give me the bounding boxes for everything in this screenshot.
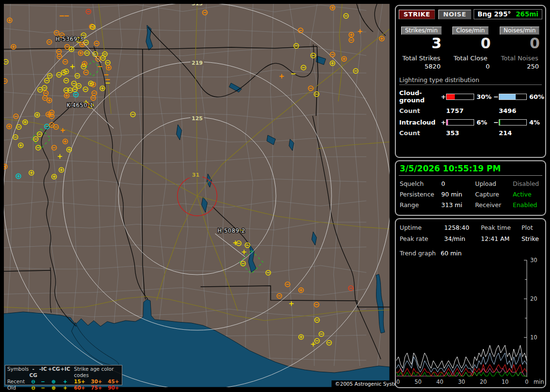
status-label: Upload (475, 180, 513, 187)
counter-panel: STRIKE NOISE Bng 295° 265mi Strikes/min3… (395, 5, 546, 158)
positive-sign: + (441, 93, 446, 100)
status-label: Squelch (400, 180, 441, 187)
app-window: { "map": { "copyright": "©2005 Astrogeni… (0, 0, 550, 392)
strike-glyph-icon: − (38, 378, 48, 385)
strike-glyph-icon: − (38, 385, 48, 391)
legend-header-row: Symbols -CG -IC +CG +IC Strike age color… (7, 366, 122, 378)
rate-header-button[interactable]: Close/min (452, 27, 489, 35)
negative-percentage: 60% (527, 93, 542, 100)
count-label: Count (399, 107, 441, 114)
bearing-readout: Bng 295° 265mi (474, 9, 542, 19)
stat-cell: 1258:40 (444, 224, 481, 231)
total-label: Total Noises (497, 55, 542, 62)
stat-cell: 34/min (444, 235, 481, 242)
status-value: 90 min (441, 191, 475, 198)
x-tick-label: 20 (480, 378, 487, 385)
strike-mode-button[interactable]: STRIKE (399, 10, 435, 19)
stat-cell: Strike (521, 235, 541, 242)
age-code-label: 75+ (91, 385, 108, 391)
distribution-title: Lightning type distribution (399, 76, 542, 85)
legend-row-label: Recent (7, 378, 29, 385)
trend-series-pink (396, 368, 527, 376)
x-tick-label: 10 (502, 378, 509, 385)
bar-fill (447, 94, 455, 99)
distribution-type-row: Cloud-ground+30%−60% (399, 89, 542, 104)
age-code-label: 90+ (108, 385, 125, 391)
y-tick-label: 10 (530, 334, 537, 341)
positive-percentage-bar (446, 119, 474, 126)
age-code-label: 45+ (108, 378, 125, 385)
legend-row-label: Old (7, 385, 29, 391)
map-canvas: 12521931331 H-5369-3K-4650-1H-5089-2 (4, 4, 390, 387)
status-label: Capture (475, 191, 513, 198)
distribution-count-row: Count17573496 (399, 107, 542, 114)
status-grid: Squelch0UploadDisabledPersistence90 minC… (400, 180, 541, 209)
trend-graph-value: 60 min (441, 250, 462, 257)
age-code-label: 15+ (74, 378, 91, 385)
strike-glyph-icon: ⊕ (48, 378, 59, 385)
total-label: Total Close (448, 55, 493, 62)
strike-glyph-icon: + (59, 385, 71, 391)
stat-cell: Uptime (400, 224, 444, 231)
y-tick-label: 20 (530, 295, 537, 302)
x-tick-label: 60 (396, 378, 400, 385)
legend-symbols-label: Symbols (7, 366, 29, 378)
trac-label: K-4650-1 (67, 102, 93, 109)
counter-column: Close/min0Total Close0 (448, 27, 493, 70)
x-tick-label: 40 (436, 378, 444, 385)
bar-fill (499, 94, 516, 99)
x-tick-label: 30 (458, 378, 465, 385)
rate-counters: Strikes/min3Total Strikes5820Close/min0T… (399, 27, 542, 70)
stat-cell: Plot (521, 224, 541, 231)
stats-panel: Uptime1258:40Peak timePlotPeak rate34/mi… (395, 218, 546, 388)
negative-count: 214 (499, 129, 527, 137)
negative-sign: − (493, 93, 499, 100)
negative-percentage-bar (499, 119, 527, 126)
positive-sign: + (441, 119, 446, 126)
status-value: Enabled (513, 201, 541, 209)
ring-label: 313 (192, 4, 203, 7)
bar-fill (447, 120, 448, 125)
trend-graph-row: Trend graph 60 min (400, 250, 541, 257)
trend-series-white (396, 345, 527, 368)
stat-cell: Peak rate (400, 235, 444, 242)
range-value: 265mi (516, 10, 538, 18)
legend-col-ic-neg: -IC (38, 366, 48, 378)
x-axis-unit: min (534, 378, 544, 385)
trac-label: H-5089-2 (217, 227, 246, 234)
distribution-rows: Cloud-ground+30%−60%Count17573496Intracl… (396, 89, 545, 137)
ring-label: 31 (192, 172, 199, 178)
x-tick-label: 50 (415, 378, 422, 385)
strike-glyph-icon: ⊕ (48, 385, 59, 391)
rate-value: 0 (497, 36, 542, 51)
lightning-map[interactable]: 12521931331 H-5369-3K-4650-1H-5089-2 Sym… (4, 4, 390, 387)
stat-cell: 12:41 AM (481, 235, 521, 242)
legend-col-cg-pos: +CG (48, 366, 59, 378)
status-label: Receiver (475, 201, 513, 209)
counter-column: Strikes/min3Total Strikes5820 (399, 27, 444, 70)
rate-header-button[interactable]: Noises/min (500, 27, 539, 35)
trend-graph: 1020306050403020100min (396, 219, 545, 387)
ring-label: 219 (192, 60, 203, 66)
negative-percentage: 4% (527, 119, 542, 126)
status-value: 0 (441, 180, 475, 187)
negative-count: 3496 (499, 107, 527, 114)
status-panel: 3/5/2026 10:55:19 PM Squelch0UploadDisab… (395, 160, 546, 216)
positive-count: 1757 (446, 107, 474, 114)
ring-label: 125 (192, 115, 203, 122)
negative-sign: − (493, 119, 499, 126)
rate-header-button[interactable]: Strikes/min (401, 27, 441, 35)
legend-row: Recent⊖−⊕+15+30+45+ (7, 378, 122, 385)
rate-value: 0 (448, 36, 493, 51)
date-time: 3/5/2026 10:55:19 PM (400, 164, 541, 173)
status-label: Range (400, 201, 441, 209)
bar-fill (499, 120, 500, 125)
noise-mode-button[interactable]: NOISE (438, 10, 471, 19)
age-code-label: 60+ (74, 385, 91, 391)
trac-label: H-5369-3 (56, 36, 84, 42)
trend-series-light-blue (396, 353, 527, 372)
distribution-count-row: Count353214 (399, 129, 542, 137)
distribution-section: Lightning type distribution Cloud-ground… (396, 76, 545, 137)
positive-percentage: 6% (474, 119, 493, 126)
positive-count: 353 (446, 129, 474, 137)
